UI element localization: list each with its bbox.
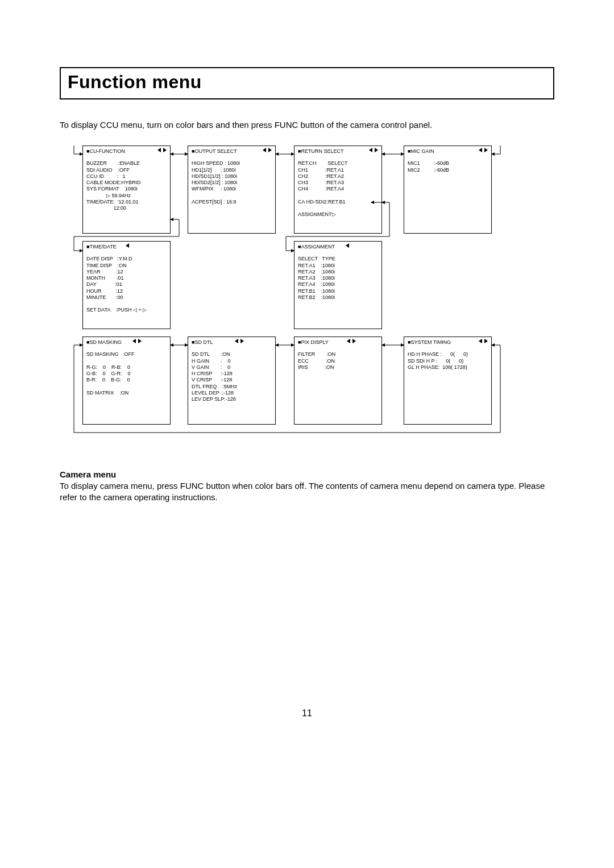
nav-right-icon (484, 148, 488, 152)
box-body: SELECT TYPE RET.A1 :1080i RET.A2 :1080i … (298, 256, 378, 301)
box-header: ■MIC GAIN (408, 148, 488, 155)
box-body: HIGH SPEED : 1080i HD1[1/2] : 1080i HD/S… (192, 160, 272, 205)
title-frame: Function menu (60, 67, 554, 99)
box-body: FILTER :ON ECC :ON IRIS :ON (298, 351, 378, 371)
page-number: 11 (60, 708, 554, 719)
box-system-timing: ■SYSTEM TIMING HD H PHASE : 0( 0) SD SDI… (404, 337, 492, 425)
page-title: Function menu (68, 72, 546, 93)
box-header: ■SYSTEM TIMING (408, 339, 488, 346)
nav-left-icon (132, 339, 136, 343)
box-assignment: ■ASSIGNMENT SELECT TYPE RET.A1 :1080i RE… (294, 241, 382, 329)
box-body: HD H PHASE : 0( 0) SD SDI H P : 0( 0) GL… (408, 351, 488, 371)
nav-right-icon (484, 339, 488, 343)
box-body: RET.CH SELECT CH1 :RET.A1 CH2 :RET.A2 CH… (298, 160, 378, 218)
box-sd-masking: ■SD MASKING SD MASKING :OFF R-G: 0 R-B: … (82, 337, 171, 425)
box-body: BUZZER :ENABLE SDI AUDIO :OFF CCU ID : 1… (86, 160, 167, 211)
box-sd-dtl: ■SD DTL SD DTL :ON H GAIN : 0 V GAIN : 0… (188, 337, 276, 425)
nav-right-icon (352, 339, 356, 343)
nav-left-icon (479, 339, 482, 343)
box-output-select: ■OUTPUT SELECT HIGH SPEED : 1080i HD1[1/… (188, 146, 276, 234)
nav-left-icon (346, 243, 349, 248)
nav-left-icon (347, 339, 350, 343)
nav-right-icon (375, 148, 378, 152)
box-return-select: ■RETURN SELECT RET.CH SELECT CH1 :RET.A1… (294, 146, 382, 234)
nav-right-icon (240, 339, 244, 343)
box-header: ■CU-FUNCTION (86, 148, 167, 155)
page: Function menu To display CCU menu, turn … (60, 0, 554, 741)
nav-right-icon (268, 148, 272, 152)
box-header: ■RETURN SELECT (298, 148, 378, 155)
camera-menu-heading: Camera menu (60, 470, 554, 479)
box-mic-gain: ■MIC GAIN MIC1 :-60dB MIC2 :-60dB (404, 146, 492, 234)
box-body: SD DTL :ON H GAIN : 0 V GAIN : 0 H CRISP… (192, 351, 272, 402)
box-time-date: ■TIME/DATE DATE DISP :Y.M.D TIME DISP :O… (82, 241, 171, 329)
nav-left-icon (369, 148, 372, 152)
box-header: ■OUTPUT SELECT (192, 148, 272, 155)
box-body: SD MASKING :OFF R-G: 0 R-B: 0 G-B: 0 G-R… (86, 351, 167, 396)
box-header: ■SD DTL (192, 339, 272, 346)
nav-left-icon (126, 243, 129, 248)
nav-left-icon (263, 148, 266, 152)
intro-text: To display CCU menu, turn on color bars … (60, 120, 554, 130)
nav-left-icon (235, 339, 238, 343)
nav-right-icon (138, 339, 142, 343)
box-header: ■ASSIGNMENT (298, 244, 378, 250)
box-header: ■SD MASKING (86, 339, 167, 346)
box-header: ■PIX DISPLY (298, 339, 378, 346)
box-cu-function: ■CU-FUNCTION BUZZER :ENABLE SDI AUDIO :O… (82, 146, 171, 234)
box-pix-disply: ■PIX DISPLY FILTER :ON ECC :ON IRIS :ON (294, 337, 382, 425)
menu-diagram: ■CU-FUNCTION BUZZER :ENABLE SDI AUDIO :O… (60, 146, 554, 441)
box-body: DATE DISP :Y.M.D TIME DISP :ON YEAR :12 … (86, 256, 167, 313)
nav-left-icon (157, 148, 161, 152)
nav-right-icon (163, 148, 167, 152)
camera-menu-body: To display camera menu, press FUNC butto… (60, 480, 554, 504)
nav-left-icon (479, 148, 482, 152)
box-header: ■TIME/DATE (86, 244, 167, 250)
box-body: MIC1 :-60dB MIC2 :-60dB (408, 160, 488, 173)
